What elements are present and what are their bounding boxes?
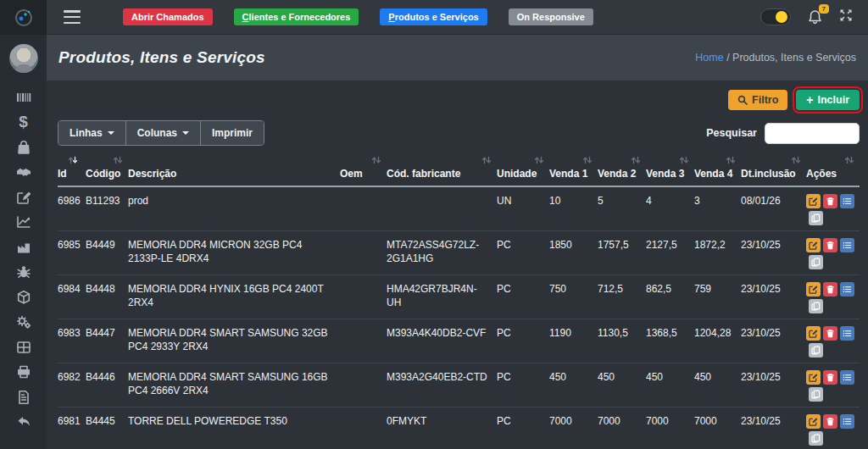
column-header-cod-fabricante[interactable]: Cód. fabricante <box>387 152 497 186</box>
sidebar-item-industria[interactable] <box>0 235 47 260</box>
hamburger-menu-button[interactable] <box>64 10 81 24</box>
fullscreen-button[interactable] <box>839 8 853 25</box>
sidebar-item-produtos[interactable] <box>0 285 47 310</box>
delete-button[interactable] <box>823 326 837 341</box>
cell-venda1: 450 <box>549 363 598 407</box>
sidebar-item-tabelas[interactable] <box>0 335 47 360</box>
cell-oem <box>340 231 387 275</box>
breadcrumb-home-link[interactable]: Home <box>695 52 723 64</box>
delete-button[interactable] <box>823 194 837 208</box>
cell-id: 6982 <box>58 363 86 407</box>
edit-button[interactable] <box>806 370 821 385</box>
column-header-id[interactable]: Id <box>58 152 86 186</box>
sidebar-item-voltar[interactable] <box>0 410 47 435</box>
cell-dt-inclusao: 23/10/25 <box>741 275 806 319</box>
delete-button[interactable] <box>823 370 837 385</box>
colunas-dropdown-button[interactable]: Colunas <box>126 121 201 145</box>
copy-button[interactable] <box>809 299 823 313</box>
cell-acoes <box>806 407 860 449</box>
sidebar-item-suporte[interactable] <box>0 260 47 285</box>
breadcrumb-separator: / <box>726 52 729 64</box>
search-input[interactable] <box>765 123 860 144</box>
details-button[interactable] <box>840 414 854 429</box>
chevron-down-icon <box>108 131 114 135</box>
cell-venda1: 7000 <box>549 407 598 449</box>
page-title: Produtos, Itens e Serviços <box>58 48 265 67</box>
cell-codigo: B4448 <box>86 275 128 319</box>
column-header-venda1[interactable]: Venda 1 <box>549 152 598 186</box>
column-header-descricao[interactable]: Descrição <box>128 152 340 186</box>
copy-icon <box>811 346 821 355</box>
produtos-servicos-button[interactable]: Produtos e Serviços <box>380 8 487 25</box>
sidebar-item-relatorios[interactable] <box>0 210 47 236</box>
app-logo[interactable] <box>0 0 47 35</box>
list-icon <box>843 197 852 206</box>
delete-button[interactable] <box>823 414 837 429</box>
sidebar-item-documentos[interactable] <box>0 385 47 410</box>
sidebar-item-editar[interactable] <box>0 185 47 210</box>
column-header-venda4[interactable]: Venda 4 <box>694 152 741 186</box>
on-responsive-button[interactable]: On Responsive <box>509 8 593 25</box>
sidebar-item-negocios[interactable] <box>0 160 47 186</box>
edit-button[interactable] <box>806 414 821 429</box>
column-header-acoes[interactable]: Ações <box>806 152 860 186</box>
column-header-oem[interactable]: Oem <box>340 152 387 186</box>
list-icon <box>843 241 852 250</box>
cell-venda1: 1850 <box>549 231 598 275</box>
table-row: 6985 B4449 MEMORIA DDR4 MICRON 32GB PC4 … <box>58 231 860 275</box>
sidebar-item-compras[interactable] <box>0 135 47 160</box>
details-button[interactable] <box>840 194 854 208</box>
copy-button[interactable] <box>809 387 823 402</box>
copy-button[interactable] <box>809 431 823 446</box>
edit-button[interactable] <box>806 282 821 297</box>
abrir-chamados-button[interactable]: Abrir Chamados <box>123 8 213 25</box>
cell-descricao: MEMORIA DDR4 MICRON 32GB PC4 2133P-LE 4D… <box>128 231 340 275</box>
column-header-codigo[interactable]: Código <box>86 152 128 186</box>
trash-icon <box>826 285 835 294</box>
imprimir-button[interactable]: Imprimir <box>201 121 264 145</box>
sidebar-item-configuracoes[interactable] <box>0 310 47 335</box>
sidebar-item-barcode[interactable] <box>0 85 47 110</box>
user-avatar[interactable] <box>9 44 38 73</box>
cell-dt-inclusao: 23/10/25 <box>741 231 806 275</box>
sidebar-item-financeiro[interactable]: $ <box>0 110 47 136</box>
column-header-unidade[interactable]: Unidade <box>497 152 549 186</box>
column-header-venda2[interactable]: Venda 2 <box>598 152 646 186</box>
incluir-button[interactable]: + Incluir <box>796 90 860 110</box>
delete-button[interactable] <box>823 238 837 252</box>
expand-arrows-icon <box>839 8 853 22</box>
filtro-button[interactable]: Filtro <box>728 90 787 110</box>
table-toolbar: Linhas Colunas Imprimir Pesquisar <box>58 120 860 146</box>
delete-button[interactable] <box>823 282 837 297</box>
sort-icon <box>481 155 492 167</box>
column-header-dt-inclusao[interactable]: Dt.inclusão <box>741 152 806 186</box>
cell-venda4: 3 <box>694 186 741 231</box>
copy-button[interactable] <box>809 255 823 269</box>
clientes-fornecedores-button[interactable]: Clientes e Fornecedores <box>234 8 359 25</box>
notifications-button[interactable]: 7 <box>808 9 822 25</box>
cell-acoes <box>806 275 860 319</box>
copy-button[interactable] <box>809 343 823 358</box>
linhas-dropdown-button[interactable]: Linhas <box>58 121 126 145</box>
copy-icon <box>811 258 821 267</box>
cell-cod-fabricante: M393A4K40DB2-CVF <box>387 319 497 363</box>
details-button[interactable] <box>840 238 854 252</box>
cell-descricao: MEMORIA DDR4 HYNIX 16GB PC4 2400T 2RX4 <box>128 275 340 319</box>
edit-pencil-icon <box>809 285 818 294</box>
sidebar-item-imprimir[interactable] <box>0 360 47 385</box>
details-button[interactable] <box>840 282 854 297</box>
column-header-venda3[interactable]: Venda 3 <box>646 152 694 186</box>
chevron-down-icon <box>182 131 189 135</box>
cell-venda1: 10 <box>549 186 598 231</box>
edit-button[interactable] <box>806 326 821 341</box>
search-label: Pesquisar <box>706 127 757 139</box>
page-header: Produtos, Itens e Serviços Home / Produt… <box>47 35 868 80</box>
cell-dt-inclusao: 23/10/25 <box>741 363 806 407</box>
theme-toggle[interactable] <box>760 8 791 25</box>
sidebar-menu: $ <box>0 85 47 435</box>
edit-button[interactable] <box>806 238 821 252</box>
details-button[interactable] <box>840 370 854 385</box>
details-button[interactable] <box>840 326 854 341</box>
copy-button[interactable] <box>809 211 823 225</box>
edit-button[interactable] <box>806 194 821 208</box>
